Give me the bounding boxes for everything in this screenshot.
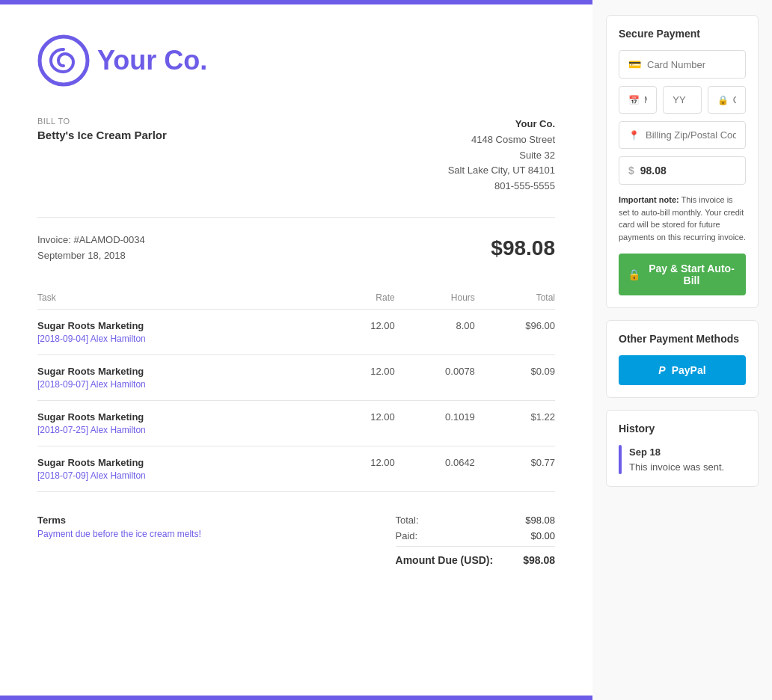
logo-icon (37, 34, 90, 87)
task-hours: 8.00 (395, 309, 475, 354)
company-address1: 4148 Cosmo Street (448, 132, 555, 148)
totals-section: Total: $98.08 Paid: $0.00 Amount Due (US… (396, 515, 555, 566)
terms-section: Terms Payment due before the ice cream m… (37, 515, 201, 566)
company-city-state: Salt Lake City, UT 84101 (448, 163, 555, 179)
paid-row: Paid: $0.00 (396, 530, 555, 541)
table-row: Sugar Roots Marketing [2018-07-25] Alex … (37, 400, 555, 446)
pay-button[interactable]: 🔒 Pay & Start Auto-Bill (619, 254, 746, 295)
paypal-label: PayPal (672, 364, 706, 376)
logo-area: Your Co. (37, 34, 555, 87)
mm-input[interactable] (644, 94, 647, 105)
task-hours: 0.1019 (395, 400, 475, 446)
invoice-date: September 18, 2018 (37, 248, 145, 264)
bill-to-block: BILL TO Betty's Ice Cream Parlor (37, 117, 167, 194)
task-date-person: [2018-09-04] Alex Hamilton (37, 334, 146, 344)
task-hours: 0.0078 (395, 354, 475, 400)
bill-section: BILL TO Betty's Ice Cream Parlor Your Co… (37, 117, 555, 194)
bill-to-name: Betty's Ice Cream Parlor (37, 129, 167, 141)
task-rate: 12.00 (329, 400, 395, 446)
task-name: Sugar Roots Marketing (37, 320, 329, 331)
col-total: Total (475, 286, 555, 310)
terms-label: Terms (37, 515, 201, 526)
amount-field[interactable]: $ (619, 156, 746, 185)
secure-payment-title: Secure Payment (619, 28, 746, 40)
secure-payment-section: Secure Payment 💳 📅 🔒 📍 (606, 15, 759, 308)
task-date-person: [2018-07-09] Alex Hamilton (37, 470, 146, 481)
card-number-field[interactable]: 💳 (619, 50, 746, 79)
paypal-icon: P (658, 364, 665, 376)
mm-field[interactable]: 📅 (619, 86, 657, 114)
other-payment-section: Other Payment Methods P PayPal (606, 320, 759, 398)
invoice-total-display: $98.08 (491, 236, 555, 260)
invoice-footer: Terms Payment due before the ice cream m… (37, 515, 555, 566)
cvc-field[interactable]: 🔒 (708, 86, 746, 114)
amount-due-row: Amount Due (USD): $98.08 (396, 546, 555, 566)
payment-panel: Secure Payment 💳 📅 🔒 📍 (592, 0, 772, 700)
pay-btn-label: Pay & Start Auto-Bill (646, 262, 737, 286)
calendar-icon: 📅 (628, 95, 640, 105)
card-number-input[interactable] (647, 59, 736, 70)
table-row: Sugar Roots Marketing [2018-07-09] Alex … (37, 446, 555, 491)
card-icon: 💳 (628, 58, 641, 70)
task-name: Sugar Roots Marketing (37, 366, 329, 377)
yy-field[interactable] (663, 86, 701, 114)
company-info: Your Co. 4148 Cosmo Street Suite 32 Salt… (448, 117, 555, 194)
history-title: History (619, 423, 746, 435)
invoice-meta-left: Invoice: #ALAMOD-0034 September 18, 2018 (37, 233, 145, 264)
task-rate: 12.00 (329, 354, 395, 400)
card-row: 📅 🔒 (619, 86, 746, 114)
dollar-icon: $ (628, 165, 634, 176)
total-row: Total: $98.08 (396, 515, 555, 526)
bill-to-label: BILL TO (37, 117, 167, 126)
company-address2: Suite 32 (448, 148, 555, 164)
table-header-row: Task Rate Hours Total (37, 286, 555, 310)
divider-1 (37, 217, 555, 218)
task-hours: 0.0642 (395, 446, 475, 491)
paid-value: $0.00 (530, 530, 555, 541)
task-total: $0.77 (475, 446, 555, 491)
history-bar (619, 445, 622, 474)
amount-due-label: Amount Due (USD): (396, 554, 494, 566)
table-row: Sugar Roots Marketing [2018-09-04] Alex … (37, 309, 555, 354)
zip-input[interactable] (646, 129, 736, 141)
invoice-panel: Your Co. BILL TO Betty's Ice Cream Parlo… (0, 0, 592, 700)
important-note-strong: Important note: (619, 195, 679, 204)
task-total: $1.22 (475, 400, 555, 446)
col-task: Task (37, 286, 329, 310)
svg-point-0 (40, 37, 88, 85)
history-date: Sep 18 (629, 445, 724, 460)
company-logo-text: Your Co. (97, 45, 207, 76)
col-rate: Rate (329, 286, 395, 310)
task-table: Task Rate Hours Total Sugar Roots Market… (37, 286, 555, 492)
task-date-person: [2018-07-25] Alex Hamilton (37, 425, 146, 435)
important-note: Important note: This invoice is set to a… (619, 194, 746, 243)
total-value: $98.08 (525, 515, 555, 526)
col-hours: Hours (395, 286, 475, 310)
task-name: Sugar Roots Marketing (37, 411, 329, 423)
task-total: $96.00 (475, 309, 555, 354)
zip-field[interactable]: 📍 (619, 121, 746, 149)
lock-icon: 🔒 (717, 95, 729, 105)
company-name: Your Co. (448, 117, 555, 132)
pay-lock-icon: 🔒 (628, 268, 640, 280)
table-row: Sugar Roots Marketing [2018-09-07] Alex … (37, 354, 555, 400)
task-rate: 12.00 (329, 309, 395, 354)
cvc-input[interactable] (733, 94, 736, 105)
yy-input[interactable] (673, 94, 691, 105)
other-payment-title: Other Payment Methods (619, 333, 746, 345)
amount-input[interactable] (640, 165, 736, 176)
task-name: Sugar Roots Marketing (37, 457, 329, 468)
history-text: This invoice was sent. (629, 460, 724, 475)
task-date-person: [2018-09-07] Alex Hamilton (37, 379, 146, 390)
map-pin-icon: 📍 (628, 130, 640, 141)
paypal-button[interactable]: P PayPal (619, 355, 746, 385)
history-item: Sep 18 This invoice was sent. (619, 445, 746, 474)
total-label: Total: (396, 515, 419, 526)
history-section: History Sep 18 This invoice was sent. (606, 410, 759, 487)
invoice-number: Invoice: #ALAMOD-0034 (37, 233, 145, 248)
paid-label: Paid: (396, 530, 418, 541)
task-rate: 12.00 (329, 446, 395, 491)
terms-value: Payment due before the ice cream melts! (37, 529, 201, 539)
company-phone: 801-555-5555 (448, 179, 555, 194)
invoice-meta: Invoice: #ALAMOD-0034 September 18, 2018… (37, 233, 555, 264)
